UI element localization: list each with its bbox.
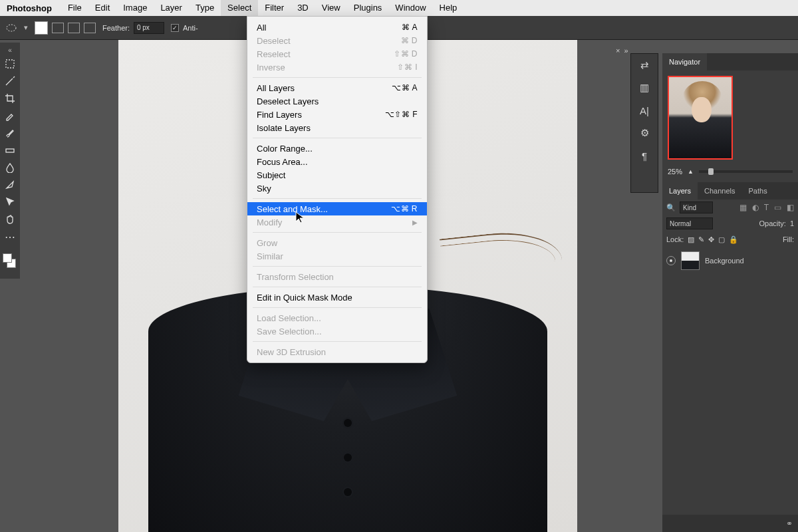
tab-channels[interactable]: Channels	[698, 182, 741, 200]
tab-layers[interactable]: Layers	[662, 182, 698, 200]
crop-tool-icon[interactable]	[0, 90, 20, 107]
selection-mode-subtract-icon[interactable]	[68, 23, 80, 33]
menu-item-deselect: Deselect⌘ D	[247, 34, 427, 47]
navigator-tabs: Navigator	[662, 53, 798, 70]
layers-footer: ⚭	[662, 515, 798, 532]
filter-pixel-icon[interactable]: ▦	[739, 203, 747, 212]
menu-item-subject[interactable]: Subject	[247, 168, 427, 182]
toolbox: « ⋯	[0, 43, 20, 279]
menu-item-focus-area[interactable]: Focus Area...	[247, 155, 427, 168]
link-layers-icon[interactable]: ⚭	[786, 519, 793, 528]
visibility-toggle-icon[interactable]	[666, 256, 676, 265]
filter-kind-select[interactable]	[680, 201, 713, 213]
filter-smart-icon[interactable]: ◧	[787, 203, 794, 212]
gradient-tool-icon[interactable]	[0, 142, 20, 159]
menu-item-find-layers[interactable]: Find Layers⌥⇧⌘ F	[247, 108, 427, 121]
menu-separator	[253, 138, 422, 138]
menu-item-all-layers[interactable]: All Layers⌥⌘ A	[247, 81, 427, 94]
eyedropper-tool-icon[interactable]	[0, 107, 20, 124]
collapsed-panel-icon-3[interactable]: ⚙	[631, 122, 658, 144]
menu-separator	[253, 287, 422, 287]
zoom-out-icon[interactable]: ▲	[688, 168, 694, 175]
pen-tool-icon[interactable]	[0, 176, 20, 194]
navigator-thumbnail[interactable]	[668, 76, 733, 160]
menu-view[interactable]: View	[315, 0, 347, 16]
menu-help[interactable]: Help	[433, 0, 464, 16]
svg-point-0	[7, 25, 16, 31]
hand-tool-icon[interactable]	[0, 211, 20, 228]
collapsed-panel-icon-1[interactable]: ▥	[631, 76, 658, 99]
tab-paths[interactable]: Paths	[742, 182, 774, 200]
menu-filter[interactable]: Filter	[258, 0, 291, 16]
zoom-slider[interactable]	[699, 170, 793, 173]
right-panel-stack: Navigator 25% ▲ LayersChannelsPaths 🔍 ▦ …	[662, 53, 798, 532]
menu-plugins[interactable]: Plugins	[347, 0, 389, 16]
menu-item-deselect-layers[interactable]: Deselect Layers	[247, 94, 427, 108]
layer-row-background[interactable]: Background	[662, 247, 798, 274]
lock-label: Lock:	[666, 235, 684, 243]
more-tools-icon[interactable]: ⋯	[0, 228, 20, 245]
filter-shape-icon[interactable]: ▭	[774, 203, 781, 212]
menu-item-sky[interactable]: Sky	[247, 182, 427, 195]
menu-3d[interactable]: 3D	[291, 0, 315, 16]
menu-item-reselect: Reselect⇧⌘ D	[247, 47, 427, 61]
selection-mode-intersect-icon[interactable]	[84, 23, 96, 33]
menu-select[interactable]: Select	[221, 0, 258, 16]
antialias-label: Anti-	[183, 24, 198, 32]
menu-type[interactable]: Type	[189, 0, 221, 16]
antialias-checkbox[interactable]: ✓	[171, 24, 179, 32]
menu-separator	[253, 341, 422, 342]
blur-tool-icon[interactable]	[0, 159, 20, 176]
wand-tool-icon[interactable]	[0, 72, 20, 90]
menu-window[interactable]: Window	[388, 0, 432, 16]
feather-label: Feather:	[102, 24, 130, 32]
brush-tool-icon[interactable]	[0, 124, 20, 142]
path-select-tool-icon[interactable]	[0, 194, 20, 211]
menu-item-all[interactable]: All⌘ A	[247, 21, 427, 34]
collapsed-panel-icon-0[interactable]: ⇄	[631, 54, 658, 76]
panel-close-controls[interactable]: ×»	[616, 47, 628, 55]
menu-item-new-3d-extrusion: New 3D Extrusion	[247, 345, 427, 358]
lock-pixels-icon[interactable]: ▨	[688, 235, 694, 244]
collapsed-panel-icon-4[interactable]: ¶	[631, 144, 658, 167]
collapsed-panel-icon-2[interactable]: A|	[631, 99, 658, 122]
filter-adjust-icon[interactable]: ◐	[752, 203, 759, 212]
menu-separator	[253, 232, 422, 233]
menu-separator	[253, 307, 422, 308]
foreground-background-swatch[interactable]	[0, 249, 20, 276]
menu-item-color-range[interactable]: Color Range...	[247, 142, 427, 155]
menu-item-edit-in-quick-mask-mode[interactable]: Edit in Quick Mask Mode	[247, 291, 427, 304]
marquee-tool-icon[interactable]	[0, 55, 20, 72]
layer-name[interactable]: Background	[705, 257, 744, 265]
menu-item-transform-selection: Transform Selection	[247, 270, 427, 283]
blend-mode-select[interactable]	[666, 217, 713, 229]
menu-item-isolate-layers[interactable]: Isolate Layers	[247, 121, 427, 134]
menu-item-select-and-mask[interactable]: Select and Mask...⌥⌘ R	[247, 202, 427, 215]
zoom-value[interactable]: 25%	[668, 168, 682, 176]
lock-all-icon[interactable]: 🔒	[729, 235, 738, 244]
opacity-value[interactable]: 1	[790, 219, 794, 227]
menu-item-inverse: Inverse⇧⌘ I	[247, 61, 427, 74]
lock-artboard-icon[interactable]: ▢	[718, 235, 725, 244]
lock-brush-icon[interactable]: ✎	[698, 235, 704, 244]
menu-item-save-selection: Save Selection...	[247, 325, 427, 338]
menu-file[interactable]: File	[61, 0, 88, 16]
filter-search-icon[interactable]: 🔍	[666, 203, 676, 212]
menu-item-grow: Grow	[247, 236, 427, 249]
menu-layer[interactable]: Layer	[154, 0, 189, 16]
menu-image[interactable]: Image	[116, 0, 154, 16]
selection-mode-new-icon[interactable]	[35, 21, 48, 35]
menu-edit[interactable]: Edit	[88, 0, 116, 16]
menu-separator	[253, 266, 422, 267]
select-menu-dropdown: All⌘ ADeselect⌘ DReselect⇧⌘ DInverse⇧⌘ I…	[247, 16, 428, 363]
tool-preset[interactable]: ▾	[5, 22, 28, 34]
filter-type-icon[interactable]: T	[764, 203, 769, 212]
svg-rect-2	[6, 149, 14, 152]
toolbox-collapse-icon[interactable]: «	[0, 45, 20, 55]
selection-mode-add-icon[interactable]	[52, 23, 64, 33]
lock-position-icon[interactable]: ✥	[708, 235, 714, 244]
menu-separator	[253, 198, 422, 199]
tab-navigator[interactable]: Navigator	[662, 53, 707, 70]
feather-input[interactable]	[134, 22, 164, 34]
layer-thumbnail[interactable]	[681, 251, 700, 270]
